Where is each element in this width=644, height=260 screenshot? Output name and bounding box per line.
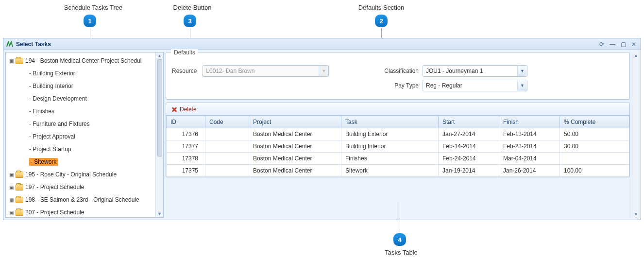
close-icon[interactable]: ✕: [630, 40, 638, 48]
expand-icon[interactable]: ▣: [8, 172, 15, 177]
tree-node-label: 197 - Project Schedule: [25, 184, 84, 191]
tree-node-label: Furniture and Fixtures: [29, 121, 90, 127]
folder-icon: [16, 197, 23, 203]
app-logo-icon: [6, 41, 13, 48]
cell-finish: Mar-04-2014: [499, 153, 560, 165]
resource-combo: L0012- Dan Brown ▼: [203, 65, 329, 77]
callout-badge-4: 4: [393, 233, 406, 246]
tree-node-label: Project Approval: [29, 133, 75, 140]
tree-node-child[interactable]: Project Approval: [7, 130, 162, 143]
tree-node-child[interactable]: Building Exterior: [7, 67, 162, 80]
folder-icon: [16, 58, 23, 64]
cell-id: 17376: [167, 128, 205, 140]
delete-button[interactable]: Delete: [169, 105, 199, 114]
chevron-down-icon[interactable]: ▼: [517, 80, 527, 91]
cell-project: Boston Medical Center: [249, 153, 341, 165]
callout-label-4: Tasks Table: [377, 249, 425, 256]
classification-label: Classification: [376, 68, 419, 74]
cell-finish: Feb-13-2014: [499, 128, 560, 140]
paytype-label: Pay Type: [376, 82, 419, 89]
folder-icon: [16, 172, 23, 178]
col-pct[interactable]: % Complete: [560, 116, 629, 128]
tree-node-label: Design Development: [29, 95, 87, 102]
col-project[interactable]: Project: [249, 116, 341, 128]
col-start[interactable]: Start: [439, 116, 499, 128]
scroll-down-icon[interactable]: ▼: [156, 210, 163, 217]
table-row[interactable]: 17378 Boston Medical Center Finishes Feb…: [167, 153, 629, 165]
titlebar: Select Tasks ⟳ — ▢ ✕: [3, 38, 641, 50]
expand-icon[interactable]: ▣: [8, 197, 15, 203]
scroll-up-icon[interactable]: ▲: [633, 52, 640, 59]
right-scrollbar[interactable]: ▲ ▼: [632, 52, 640, 218]
tree-node-root[interactable]: ▣ 198 - SE Salmon & 23rd - Original Sche…: [7, 193, 162, 206]
tree-node-root[interactable]: ▣ 195 - Rose City - Original Schedule: [7, 168, 162, 181]
col-task[interactable]: Task: [341, 116, 439, 128]
cell-code: [205, 128, 249, 140]
defaults-legend: Defaults: [171, 49, 198, 56]
defaults-section: Defaults Resource L0012- Dan Brown ▼ Cla…: [166, 52, 630, 100]
scroll-thumb[interactable]: [157, 59, 162, 156]
callout-line-4: [400, 202, 400, 232]
cell-start: Jan-19-2014: [439, 165, 499, 177]
folder-icon: [16, 184, 23, 191]
tree-node-label: Building Interior: [29, 83, 73, 89]
tree-node-root[interactable]: ▣ 207 - Project Schedule: [7, 206, 162, 218]
tree-node-child[interactable]: Finishes: [7, 105, 162, 118]
cell-project: Boston Medical Center: [249, 140, 341, 153]
window-title: Select Tasks: [16, 41, 598, 48]
tree-node-child-selected[interactable]: Sitework: [7, 156, 162, 168]
table-row[interactable]: 17375 Boston Medical Center Sitework Jan…: [167, 165, 629, 177]
table-row[interactable]: 17377 Boston Medical Center Building Int…: [167, 140, 629, 153]
tree-node-child[interactable]: Project Startup: [7, 143, 162, 156]
paytype-value: Reg - Regular: [423, 80, 517, 91]
cell-pct: 100.00: [560, 165, 629, 177]
tree-node-child[interactable]: Building Interior: [7, 80, 162, 92]
table-row[interactable]: 17376 Boston Medical Center Building Ext…: [167, 128, 629, 140]
cell-pct: 50.00: [560, 128, 629, 140]
minimize-icon[interactable]: —: [609, 40, 616, 48]
expand-icon[interactable]: ▣: [8, 185, 15, 190]
tree-node-label: Building Exterior: [29, 70, 75, 77]
tree-node-label: Project Startup: [29, 146, 71, 153]
col-id[interactable]: ID: [167, 116, 205, 128]
cell-finish: Feb-23-2014: [499, 140, 560, 153]
cell-id: 17375: [167, 165, 205, 177]
tree-node-label: 195 - Rose City - Original Schedule: [25, 171, 117, 178]
table-body: 17376 Boston Medical Center Building Ext…: [167, 128, 629, 177]
tree-node-root[interactable]: ▣ 194 - Boston Medical Center Project Sc…: [7, 54, 162, 67]
col-code[interactable]: Code: [205, 116, 249, 128]
chevron-down-icon[interactable]: ▼: [517, 66, 527, 76]
scroll-down-icon[interactable]: ▼: [633, 211, 640, 218]
callout-badge-3: 3: [184, 15, 196, 27]
tree-node-root[interactable]: ▣ 197 - Project Schedule: [7, 181, 162, 193]
classification-combo[interactable]: JOU1 - Journeyman 1 ▼: [423, 65, 527, 77]
collapse-icon[interactable]: ▣: [8, 58, 15, 64]
cell-code: [205, 153, 249, 165]
tree-node-child[interactable]: Furniture and Fixtures: [7, 118, 162, 130]
tree-node-label: 198 - SE Salmon & 23rd - Original Schedu…: [25, 196, 139, 203]
cell-code: [205, 140, 249, 153]
tree-node-child[interactable]: Design Development: [7, 92, 162, 105]
cell-task: Finishes: [341, 153, 439, 165]
classification-value: JOU1 - Journeyman 1: [423, 66, 517, 76]
callout-label-1: Schedule Tasks Tree: [54, 4, 132, 11]
folder-icon: [16, 209, 23, 216]
right-panel: Defaults Resource L0012- Dan Brown ▼ Cla…: [166, 52, 639, 218]
cell-pct: [560, 153, 629, 165]
expand-icon[interactable]: ▣: [8, 210, 15, 215]
cell-finish: Jan-26-2014: [499, 165, 560, 177]
tasks-table-wrap: Delete ID Code Project Task Start Finish…: [166, 103, 630, 177]
scroll-up-icon[interactable]: ▲: [156, 52, 163, 59]
cell-id: 17377: [167, 140, 205, 153]
cell-start: Feb-24-2014: [439, 153, 499, 165]
resource-label: Resource: [172, 68, 197, 74]
cell-project: Boston Medical Center: [249, 128, 341, 140]
refresh-icon[interactable]: ⟳: [598, 40, 606, 48]
col-finish[interactable]: Finish: [499, 116, 560, 128]
tree-scrollbar[interactable]: ▲ ▼: [155, 52, 163, 217]
maximize-icon[interactable]: ▢: [619, 40, 627, 48]
tree-node-label: Finishes: [29, 108, 54, 115]
paytype-combo[interactable]: Reg - Regular ▼: [423, 80, 527, 91]
cell-id: 17378: [167, 153, 205, 165]
select-tasks-window: Select Tasks ⟳ — ▢ ✕ ▣ 194 - Boston Medi…: [3, 38, 641, 220]
